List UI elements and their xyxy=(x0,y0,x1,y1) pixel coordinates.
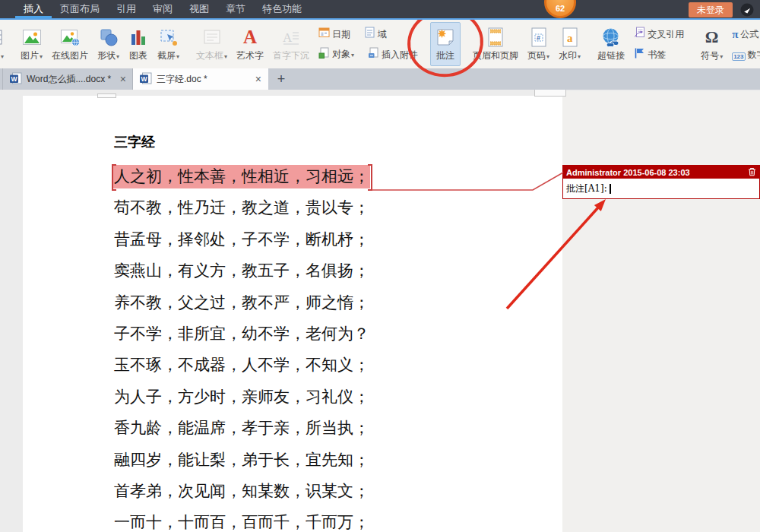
picture-icon xyxy=(22,25,42,49)
chart-icon xyxy=(128,25,148,49)
doc-text-line: 玉不琢，不成器，人不学，不知义； xyxy=(114,353,369,377)
ribbon-small-row: 123数字 xyxy=(729,46,760,63)
ribbon-small-row: 对象▾插入附件 xyxy=(315,46,421,63)
menu-item-特色功能[interactable]: 特色功能 xyxy=(254,0,310,18)
svg-text:W: W xyxy=(141,75,148,83)
ribbon-button-形状[interactable]: 形状▾ xyxy=(93,22,124,66)
svg-text:#: # xyxy=(537,34,540,42)
dropcap-icon: A xyxy=(281,25,301,49)
close-tab-icon[interactable]: × xyxy=(255,74,261,84)
ribbon-group-comment: 批注 xyxy=(430,21,461,68)
ribbon-small-row: π公式 xyxy=(729,26,760,43)
menu-item-章节[interactable]: 章节 xyxy=(217,0,254,18)
page-margin-marker-left xyxy=(97,93,116,98)
ribbon-button-日期[interactable]: 日期 xyxy=(315,26,353,43)
svg-text:A: A xyxy=(283,30,293,45)
comment-pane: Administrator 2015-06-08 23:03 批注[A1]: xyxy=(562,91,760,532)
ribbon-button-交叉引用[interactable]: 交叉引用 xyxy=(631,26,687,43)
doc-text-line: 首孝弟，次见闻，知某数，识某文； xyxy=(114,480,369,503)
ribbon-group-header-footer: 页眉和页脚#页码▾a水印▾ xyxy=(468,21,585,68)
document-page: 三字经 人之初，性本善，性相近，习相远； 苟不教，性乃迁，教之道，贵以专；昔孟母… xyxy=(23,96,562,532)
ribbon-small-group: π公式123数字 xyxy=(729,26,760,63)
menu-bar: 插入页面布局引用审阅视图章节特色功能 62 未登录 xyxy=(0,0,760,20)
ribbon-button-页眉和页脚[interactable]: 页眉和页脚 xyxy=(468,22,523,66)
menu-item-插入[interactable]: 插入 xyxy=(15,0,52,18)
ribbon-button-在线图片[interactable]: 在线图片 xyxy=(47,22,93,66)
ribbon-button-首字下沉[interactable]: A首字下沉 xyxy=(268,22,314,66)
ribbon-button-域[interactable]: 域 xyxy=(361,26,390,43)
ribbon-group-illustrations: 图片▾在线图片形状▾图表截屏▾ xyxy=(16,21,184,68)
ribbon-button-文本框[interactable]: 文本框▾ xyxy=(192,22,232,66)
ribbon-small-group: 日期域对象▾插入附件 xyxy=(315,26,421,63)
bookmark-icon xyxy=(634,47,645,62)
delete-comment-icon[interactable] xyxy=(748,167,756,178)
object-icon xyxy=(318,47,330,62)
ribbon-button-书签[interactable]: 书签 xyxy=(631,46,669,63)
online-picture-icon xyxy=(60,25,81,49)
comment-label: 批注[A1]: xyxy=(566,182,607,195)
dropdown-arrow-icon: ▾ xyxy=(176,53,179,60)
ribbon-button-超链接[interactable]: 超链接 xyxy=(593,22,629,66)
menu-item-审阅[interactable]: 审阅 xyxy=(144,0,181,18)
ribbon-button-插入附件[interactable]: 插入附件 xyxy=(365,46,421,63)
doc-title: 三字经 xyxy=(114,133,155,151)
date-icon xyxy=(318,27,330,41)
dropdown-arrow-icon: ▾ xyxy=(224,53,227,60)
headerfooter-icon xyxy=(486,25,505,49)
dropdown-arrow-icon: ▾ xyxy=(546,53,549,60)
word-doc-icon: W xyxy=(139,72,152,87)
doc-text-line: 苟不教，性乃迁，教之道，贵以专； xyxy=(114,196,369,220)
doc-text-line: 养不教，父之过，教不严，师之惰； xyxy=(114,291,369,315)
watermark-icon: a xyxy=(560,25,580,49)
dropdown-arrow-icon: ▾ xyxy=(40,53,43,60)
ribbon-button-批注[interactable]: 批注 xyxy=(430,22,461,66)
document-tab-2[interactable]: W三字经.doc *× xyxy=(133,68,268,90)
doc-text-line: 窦燕山，有义方，教五子，名俱扬； xyxy=(114,259,369,283)
hyperlink-icon xyxy=(600,25,622,49)
tab-label: Word怎么插....docx * xyxy=(27,73,116,86)
ribbon-button-艺术字[interactable]: A艺术字 xyxy=(232,22,268,66)
comment-balloon[interactable]: Administrator 2015-06-08 23:03 批注[A1]: xyxy=(562,165,760,199)
document-tab-1[interactable]: WWord怎么插....docx *× xyxy=(2,68,133,90)
ribbon-button-图片[interactable]: 图片▾ xyxy=(16,22,47,66)
attach-icon xyxy=(368,47,379,62)
comment-author-timestamp: Administrator 2015-06-08 23:03 xyxy=(566,168,748,177)
new-tab-button[interactable]: + xyxy=(268,68,294,90)
ribbon-button-公式[interactable]: π公式 xyxy=(729,26,760,43)
ribbon-button-表格[interactable]: 表格▾ xyxy=(0,22,8,66)
field-icon xyxy=(364,27,375,41)
menu-items: 插入页面布局引用审阅视图章节特色功能 xyxy=(15,0,310,18)
ribbon-button-符号[interactable]: Ω符号▾ xyxy=(696,22,727,66)
dropdown-arrow-icon: ▾ xyxy=(578,53,581,60)
number-icon: 123 xyxy=(732,48,745,62)
ribbon-group-text: 文本框▾A艺术字A首字下沉日期域对象▾插入附件 xyxy=(192,21,423,68)
table-icon xyxy=(0,25,3,49)
ribbon-button-数字[interactable]: 123数字 xyxy=(729,46,760,63)
ribbon-group-links: 超链接交叉引用书签 xyxy=(593,21,689,68)
menu-item-引用[interactable]: 引用 xyxy=(108,0,144,18)
pagenum-icon: # xyxy=(529,25,549,49)
ribbon-button-对象[interactable]: 对象▾ xyxy=(315,46,357,63)
ribbon-button-页码[interactable]: #页码▾ xyxy=(523,22,554,66)
login-button[interactable]: 未登录 xyxy=(689,2,733,17)
doc-text-line: 子不学，非所宜，幼不学，老何为？ xyxy=(114,322,369,346)
comment-header: Administrator 2015-06-08 23:03 xyxy=(563,166,759,179)
dropdown-arrow-icon: ▾ xyxy=(720,53,723,60)
close-tab-icon[interactable]: × xyxy=(120,74,126,84)
menu-item-页面布局[interactable]: 页面布局 xyxy=(52,0,108,18)
ribbon-button-图表[interactable]: 图表 xyxy=(124,22,153,66)
screenshot-icon xyxy=(159,25,179,49)
menu-item-视图[interactable]: 视图 xyxy=(181,0,217,18)
svg-text:a: a xyxy=(567,32,573,44)
notification-badge[interactable]: 62 xyxy=(544,0,576,18)
ribbon-button-截屏[interactable]: 截屏▾ xyxy=(153,22,184,66)
dropdown-arrow-icon: ▾ xyxy=(1,53,4,60)
doc-text-line: 一而十，十而百，百而千，千而万； xyxy=(114,511,369,532)
ribbon-button-水印[interactable]: a水印▾ xyxy=(554,22,585,66)
shapes-icon xyxy=(99,25,119,49)
ribbon: 表格▾图片▾在线图片形状▾图表截屏▾文本框▾A艺术字A首字下沉日期域对象▾插入附… xyxy=(0,20,760,68)
theme-icon[interactable] xyxy=(740,3,754,17)
ribbon-group-table: 表格▾ xyxy=(0,21,8,68)
comment-text-input[interactable]: 批注[A1]: xyxy=(563,179,759,198)
word-doc-icon: W xyxy=(9,72,22,87)
